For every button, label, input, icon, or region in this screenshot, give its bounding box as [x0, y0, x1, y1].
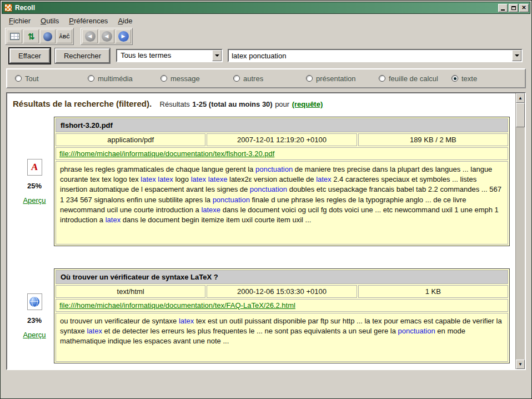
minimize-icon [501, 9, 505, 11]
maximize-icon [511, 6, 516, 10]
term-explorer-button[interactable]: ÂBĈ [57, 29, 72, 43]
toolbar-group-main: ⇅ ÂBĈ [5, 28, 74, 45]
result-snippet: phrase les regles grammaticales de chaqu… [56, 161, 508, 245]
results-area: Résultats de la recherche (filtered). Ré… [6, 92, 526, 370]
result-date: 2000-12-06 15:03:30 +0100 [207, 285, 357, 298]
sort-params-button[interactable]: ⇅ [23, 29, 39, 43]
menu-outils[interactable]: Outils [36, 15, 64, 27]
search-bar: Effacer Rechercher Tous les termes [2, 46, 530, 66]
menu-fichier[interactable]: Fichier [4, 15, 36, 27]
menu-preferences[interactable]: Préférences [64, 15, 113, 27]
statusbar [2, 370, 530, 397]
document-table-icon [10, 33, 19, 40]
toolbar-group-nav: ◀ ◀ ▶ [81, 28, 133, 45]
close-icon: ✕ [521, 5, 526, 11]
result-meta-row: text/html 2000-12-06 15:03:30 +0100 1 KB [56, 285, 508, 298]
toolbar: ⇅ ÂBĈ ◀ ◀ ▶ [2, 27, 530, 46]
pdf-glyph: A [31, 162, 38, 173]
scroll-up-button[interactable]: ▲ [516, 93, 525, 103]
filter-bar: Tout multimédia message autres présentat… [6, 68, 526, 88]
filter-message[interactable]: message [160, 74, 233, 83]
result-date: 2007-12-01 12:19:20 +0100 [207, 133, 357, 146]
result-size: 189 KB / 2 MB [358, 133, 508, 146]
filter-feuille-de-calcul[interactable]: feuille de calcul [379, 74, 451, 83]
clear-button[interactable]: Effacer [9, 48, 50, 63]
filter-label: autres [243, 74, 263, 83]
result-mimetype: application/pdf [56, 133, 205, 146]
result-snippet: ou trouver un verificateur de syntaxe la… [56, 313, 508, 362]
html-file-icon [27, 293, 42, 310]
term-explorer-icon: ÂBĈ [59, 34, 70, 39]
radio-icon[interactable] [379, 75, 385, 82]
results-scrollbar[interactable]: ▲ ▼ [515, 93, 525, 369]
result-card: flshort-3.20.pdf application/pdf 2007-12… [54, 117, 510, 246]
mode-dropdown-arrow-icon[interactable] [212, 50, 222, 61]
doc-history-button[interactable] [40, 29, 56, 43]
preview-link[interactable]: Aperçu [23, 331, 46, 339]
result-sidebar: 23% Aperçu [15, 268, 54, 363]
filter-label: Tout [25, 74, 39, 83]
filter-label: multimédia [98, 74, 133, 83]
results-count-label: Résultats [160, 100, 190, 108]
titlebar[interactable]: Recoll ✕ [2, 2, 530, 14]
result-item-1: A 25% Aperçu flshort-3.20.pdf applicatio… [15, 117, 510, 246]
result-mimetype: text/html [56, 285, 205, 298]
filter-multimedia[interactable]: multimédia [88, 74, 160, 83]
filter-label: message [170, 74, 200, 83]
filter-autres[interactable]: autres [233, 74, 306, 83]
query-link[interactable]: (requête) [292, 100, 323, 108]
results-header: Résultats de la recherche (filtered). Ré… [13, 99, 512, 109]
advanced-search-button[interactable] [7, 29, 22, 43]
filter-label: présentation [316, 74, 356, 83]
search-input[interactable] [229, 50, 512, 61]
filter-presentation[interactable]: présentation [306, 74, 379, 83]
result-url-cell: file:///home/michael/informatique/docume… [56, 299, 508, 312]
scrollbar-thumb[interactable] [516, 103, 525, 127]
search-mode-value: Tous les termes [117, 50, 212, 61]
filter-tout[interactable]: Tout [15, 74, 88, 83]
globe-icon [29, 297, 39, 307]
result-meta-row: application/pdf 2007-12-01 12:19:20 +010… [56, 133, 508, 146]
query-combo[interactable] [228, 49, 523, 62]
radio-icon[interactable] [88, 75, 94, 82]
next-page-icon: ▶ [118, 31, 129, 42]
radio-icon[interactable] [160, 75, 167, 82]
history-globe-icon [43, 32, 52, 41]
result-title: flshort-3.20.pdf [56, 118, 508, 132]
results-range: 1-25 (total au moins 30) [192, 100, 272, 108]
maximize-button[interactable] [509, 4, 518, 12]
query-dropdown-arrow-icon[interactable] [512, 50, 521, 61]
radio-icon[interactable] [15, 75, 22, 82]
result-item-2: 23% Aperçu Où trouver un vérificateur de… [15, 268, 510, 363]
scroll-down-button[interactable]: ▼ [516, 360, 525, 369]
prev-page-button[interactable]: ◀ [99, 29, 114, 43]
preview-link[interactable]: Aperçu [23, 196, 46, 205]
result-url-cell: file:///home/michael/informatique/docume… [56, 147, 508, 160]
search-button[interactable]: Rechercher [55, 48, 110, 63]
filter-texte[interactable]: texte [451, 74, 477, 83]
window-controls: ✕ [498, 4, 529, 12]
scroll-up-icon: ▲ [518, 96, 523, 101]
search-mode-select[interactable]: Tous les termes [116, 49, 223, 62]
radio-icon[interactable] [451, 75, 458, 82]
result-title: Où trouver un vérificateur de syntaxe La… [56, 270, 508, 284]
next-page-button[interactable]: ▶ [116, 29, 131, 43]
close-button[interactable]: ✕ [519, 4, 529, 12]
pdf-file-icon: A [27, 159, 42, 176]
radio-icon[interactable] [306, 75, 313, 82]
recoll-window: Recoll ✕ Fichier Outils Préférences Aide… [0, 0, 532, 399]
filter-label: feuille de calcul [389, 74, 438, 83]
minimize-button[interactable] [498, 4, 508, 12]
result-size: 1 KB [358, 285, 508, 298]
sort-arrows-icon: ⇅ [28, 32, 35, 41]
result-card: Où trouver un vérificateur de syntaxe La… [54, 268, 510, 363]
app-icon [4, 4, 12, 12]
result-url-link[interactable]: file:///home/michael/informatique/docume… [59, 149, 274, 158]
scrollbar-track[interactable] [516, 103, 525, 360]
result-url-link[interactable]: file:///home/michael/informatique/docume… [59, 301, 295, 310]
prev-page-icon: ◀ [102, 31, 112, 42]
first-page-button[interactable]: ◀ [82, 29, 98, 43]
menubar: Fichier Outils Préférences Aide [2, 14, 530, 27]
radio-icon[interactable] [233, 75, 240, 82]
menu-aide[interactable]: Aide [113, 15, 137, 27]
